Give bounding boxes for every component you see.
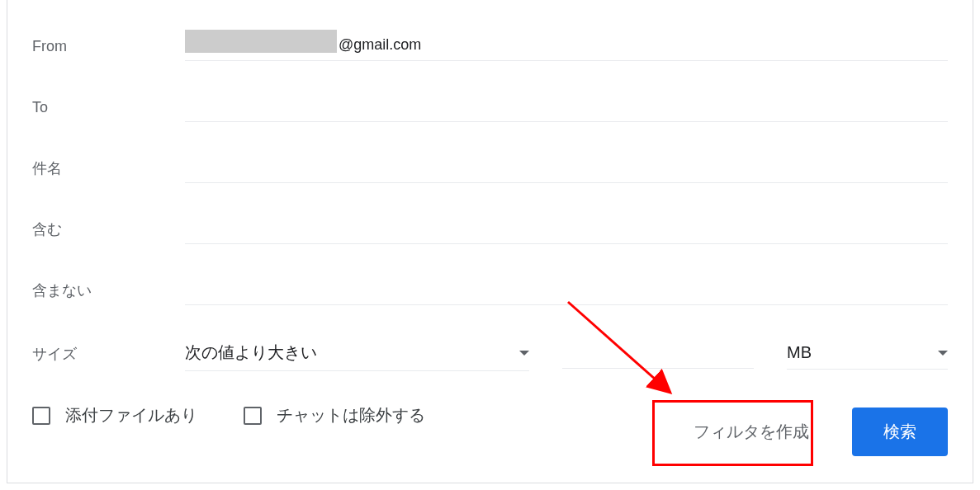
button-row: フィルタを作成 検索 — [669, 406, 948, 458]
size-operator-select[interactable]: 次の値より大きい — [185, 337, 529, 371]
excludes-input[interactable] — [185, 276, 948, 305]
from-field-wrap — [185, 31, 948, 61]
row-to: To — [7, 92, 973, 122]
chevron-down-icon — [938, 351, 948, 356]
size-label: サイズ — [32, 344, 185, 364]
exclude-chats-label: チャットは除外する — [277, 404, 425, 426]
from-label: From — [32, 38, 185, 55]
size-operator-value: 次の値より大きい — [185, 342, 317, 364]
has-attachment-item: 添付ファイルあり — [32, 404, 197, 426]
row-excludes: 含まない — [7, 276, 973, 305]
create-filter-button[interactable]: フィルタを作成 — [669, 406, 834, 458]
to-label: To — [32, 99, 185, 116]
size-unit-value: MB — [787, 343, 812, 362]
includes-input[interactable] — [185, 214, 948, 244]
has-attachment-label: 添付ファイルあり — [65, 404, 197, 426]
row-subject: 件名 — [7, 153, 973, 183]
row-includes: 含む — [7, 214, 973, 244]
to-input[interactable] — [185, 92, 948, 122]
subject-label: 件名 — [32, 158, 185, 178]
subject-input[interactable] — [185, 153, 948, 183]
from-input[interactable] — [185, 31, 948, 61]
includes-label: 含む — [32, 219, 185, 239]
size-unit-select[interactable]: MB — [787, 338, 948, 370]
exclude-chats-checkbox[interactable] — [244, 407, 262, 425]
exclude-chats-item: チャットは除外する — [244, 404, 425, 426]
has-attachment-checkbox[interactable] — [32, 407, 50, 425]
search-filter-panel: From To 件名 含む 含まない サイズ 次の値よ — [7, 0, 973, 483]
chevron-down-icon — [519, 351, 529, 356]
size-value-input[interactable] — [562, 339, 754, 369]
excludes-label: 含まない — [32, 280, 185, 300]
search-button[interactable]: 検索 — [852, 408, 948, 456]
row-size: サイズ 次の値より大きい MB — [7, 337, 973, 371]
row-from: From — [7, 31, 973, 61]
